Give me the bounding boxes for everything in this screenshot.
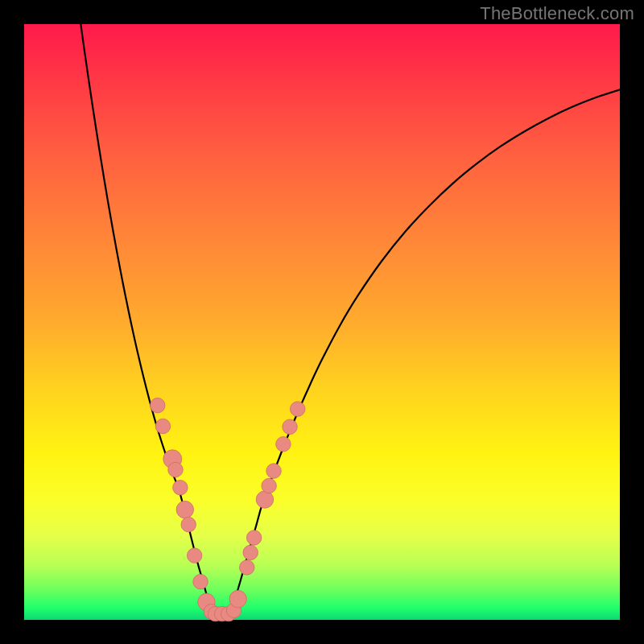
curve-svg [24, 24, 620, 620]
data-marker [240, 560, 255, 576]
data-marker [266, 464, 282, 479]
data-marker [283, 419, 298, 435]
data-marker [262, 478, 277, 493]
data-marker [173, 480, 188, 495]
marker-group [151, 398, 305, 621]
curve-right-branch [227, 89, 620, 617]
data-marker [193, 574, 208, 589]
data-marker [276, 436, 291, 452]
data-marker [168, 462, 184, 477]
plot-area [24, 24, 620, 620]
data-marker [155, 419, 171, 434]
data-marker [181, 517, 196, 532]
data-marker [256, 491, 273, 508]
data-marker [246, 530, 262, 546]
chart-frame: TheBottleneck.com [0, 0, 644, 644]
data-marker [176, 501, 193, 518]
watermark-label: TheBottleneck.com [480, 3, 634, 24]
data-marker [243, 545, 258, 560]
data-marker [290, 402, 305, 417]
data-marker [229, 590, 246, 607]
data-marker [151, 398, 166, 412]
data-marker [187, 548, 202, 564]
